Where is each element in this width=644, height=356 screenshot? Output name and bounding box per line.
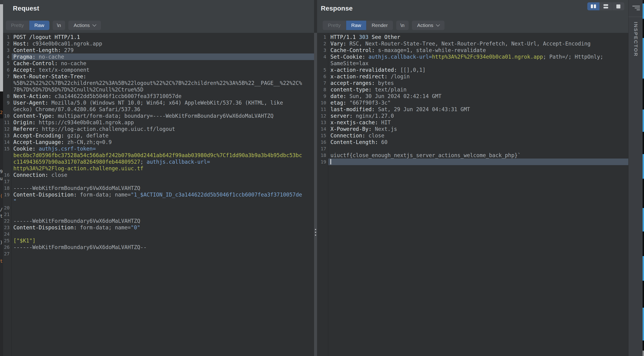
code-row[interactable]: 1POST /logout HTTP/1.1 bbox=[3, 34, 314, 40]
newline-toggle-button[interactable]: \n bbox=[396, 21, 409, 30]
code-text: SameSite=lax bbox=[330, 60, 628, 67]
code-row[interactable]: c1149436597b90aa31707a8264980feb44809527… bbox=[3, 158, 314, 165]
inspector-sidebar[interactable]: INSPECTOR bbox=[628, 0, 643, 356]
code-row[interactable]: 10etag: "667f90f3-3c" bbox=[317, 99, 628, 106]
request-panel: Request Pretty Raw \n Actions 1POST /log… bbox=[3, 0, 314, 356]
line-number: 6 bbox=[317, 73, 326, 80]
code-row[interactable]: 18------WebKitFormBoundary6VwX6doMaLVAHT… bbox=[3, 185, 314, 191]
inspector-label[interactable]: INSPECTOR bbox=[633, 22, 638, 57]
line-number: 7 bbox=[317, 80, 326, 86]
code-row[interactable]: 16Content-Length: 60 bbox=[317, 139, 628, 145]
code-row[interactable]: 15Cookie: authjs.csrf-token= bbox=[3, 145, 314, 152]
code-row[interactable]: 4Pragma: no-cache bbox=[3, 54, 314, 60]
right-screen-edge bbox=[642, 0, 644, 356]
code-text: uiuctf{close_enough_nextjs_server_action… bbox=[330, 152, 628, 158]
layout-single-button[interactable] bbox=[612, 2, 624, 10]
line-number: 8 bbox=[3, 93, 10, 99]
code-row[interactable]: 12Referer: http://log-action.challenge.u… bbox=[3, 126, 314, 132]
code-row[interactable]: 8Next-Action: c3a144622dd5b5046f1ccb6007… bbox=[3, 93, 314, 99]
code-row[interactable]: 13Accept-Encoding: gzip, deflate bbox=[3, 132, 314, 139]
code-text: server: nginx/1.27.0 bbox=[330, 113, 628, 119]
code-row[interactable]: 6Accept: text/x-component bbox=[3, 67, 314, 73]
request-editor[interactable]: 1POST /logout HTTP/1.12Host: c934e0b0ca0… bbox=[3, 33, 314, 356]
layout-rows-button[interactable] bbox=[600, 2, 612, 10]
code-row[interactable]: 19 bbox=[317, 158, 628, 165]
code-row[interactable]: 19Content-Disposition: form-data; name="… bbox=[3, 191, 314, 198]
line-number: 24 bbox=[3, 231, 10, 237]
code-row[interactable]: 14Accept-Language: zh-CN,zh;q=0.9 bbox=[3, 139, 314, 145]
code-row[interactable]: 7accept-ranges: bytes bbox=[317, 80, 628, 86]
code-row[interactable]: bec6bc7d0596fbc37528a54c566abf242b079a00… bbox=[3, 152, 314, 158]
code-row[interactable]: 21 bbox=[3, 211, 314, 218]
tab-raw[interactable]: Raw bbox=[346, 21, 366, 30]
actions-button[interactable]: Actions bbox=[412, 21, 444, 30]
code-row[interactable]: 20 bbox=[3, 205, 314, 211]
code-row[interactable]: 23Content-Disposition: form-data; name="… bbox=[3, 224, 314, 231]
code-row[interactable]: 26------WebKitFormBoundary6VwX6doMaLVAHT… bbox=[3, 244, 314, 250]
line-number: 11 bbox=[317, 106, 326, 113]
inspector-menu-icon[interactable] bbox=[632, 6, 640, 11]
code-row[interactable]: 10Content-Type: multipart/form-data; bou… bbox=[3, 113, 314, 119]
tab-raw[interactable]: Raw bbox=[29, 21, 50, 30]
code-row[interactable]: Gecko) Chrome/87.0.4280.66 Safari/537.36 bbox=[3, 106, 314, 113]
code-row[interactable]: 9date: Sun, 30 Jun 2024 02:42:14 GMT bbox=[317, 93, 628, 99]
code-row[interactable]: 6x-action-redirect: /login bbox=[317, 73, 628, 80]
actions-button[interactable]: Actions bbox=[68, 21, 101, 30]
code-row[interactable]: 24 bbox=[3, 231, 314, 237]
tab-render[interactable]: Render bbox=[366, 21, 393, 30]
actions-button-label: Actions bbox=[74, 23, 90, 28]
line-number: 20 bbox=[3, 205, 10, 211]
code-row[interactable]: 9User-Agent: Mozilla/5.0 (Windows NT 10.… bbox=[3, 99, 314, 106]
screen-edge-block bbox=[642, 281, 644, 308]
code-row[interactable]: 18uiuctf{close_enough_nextjs_server_acti… bbox=[317, 152, 628, 158]
screen-edge-artifact: t bbox=[0, 259, 2, 263]
code-row[interactable]: 2Vary: RSC, Next-Router-State-Tree, Next… bbox=[317, 40, 628, 47]
code-row[interactable]: 22------WebKitFormBoundary6VwX6doMaLVAHT… bbox=[3, 218, 314, 224]
layout-columns-button[interactable] bbox=[587, 2, 600, 10]
code-row[interactable]: 7Next-Router-State-Tree: bbox=[3, 73, 314, 80]
screen-edge-artifact: u bbox=[0, 176, 2, 181]
tab-pretty[interactable]: Pretty bbox=[323, 21, 346, 30]
code-row[interactable]: 15Connection: close bbox=[317, 132, 628, 139]
line-number: 16 bbox=[317, 139, 326, 145]
drag-handle-icon bbox=[315, 229, 316, 236]
chevron-down-icon bbox=[92, 23, 96, 27]
code-text: Content-Disposition: form-data; name="1_… bbox=[13, 191, 314, 198]
code-row[interactable]: 27 bbox=[3, 250, 314, 257]
code-row[interactable]: 1HTTP/1.1 303 See Other bbox=[317, 34, 628, 40]
code-row[interactable]: http%3A%2F%2Flog-action.challenge.uiuc.t… bbox=[3, 165, 314, 172]
code-row[interactable]: 25["$K1"] bbox=[3, 237, 314, 244]
code-row[interactable]: 12server: nginx/1.27.0 bbox=[317, 113, 628, 119]
code-row[interactable]: %5B%22%22%2C%7B%22children%22%3A%5B%22lo… bbox=[3, 80, 314, 86]
code-row[interactable]: 16Connection: close bbox=[3, 172, 314, 178]
code-row[interactable]: 13x-nextjs-cache: HIT bbox=[317, 119, 628, 126]
screen-edge-block bbox=[0, 4, 3, 91]
code-row[interactable]: 14X-Powered-By: Next.js bbox=[317, 126, 628, 132]
code-text bbox=[330, 158, 628, 165]
code-row[interactable]: 17 bbox=[3, 178, 314, 185]
code-row[interactable]: 5x-action-revalidated: [[],0,1] bbox=[317, 67, 628, 73]
response-editor[interactable]: 1HTTP/1.1 303 See Other2Vary: RSC, Next-… bbox=[317, 33, 628, 356]
screen-edge-block bbox=[642, 179, 644, 208]
screen-edge-block bbox=[642, 109, 644, 132]
newline-toggle-button[interactable]: \n bbox=[53, 21, 65, 30]
code-row[interactable]: 11Origin: https://c934e0b0ca01.ngrok.app bbox=[3, 119, 314, 126]
line-number: 25 bbox=[3, 237, 10, 244]
code-row[interactable]: 2Host: c934e0b0ca01.ngrok.app bbox=[3, 40, 314, 47]
line-number: 19 bbox=[317, 158, 326, 165]
code-row[interactable]: 17 bbox=[317, 145, 628, 152]
code-row[interactable]: SameSite=lax bbox=[317, 60, 628, 67]
code-row[interactable]: 4Set-Cookie: authjs.callback-url=http%3A… bbox=[317, 54, 628, 60]
screen-edge-block bbox=[642, 0, 644, 4]
code-row[interactable]: 3Content-Length: 279 bbox=[3, 47, 314, 54]
code-row[interactable]: 5Cache-Control: no-cache bbox=[3, 60, 314, 67]
text-cursor bbox=[330, 159, 331, 164]
code-row[interactable]: 8content-type: text/plain bbox=[317, 86, 628, 93]
code-row[interactable]: " bbox=[3, 198, 314, 205]
code-row[interactable]: 3Cache-Control: s-maxage=1, stale-while-… bbox=[317, 47, 628, 54]
code-row[interactable]: 7B%7D%5D%7D%5D%7D%2Cnull%2Cnull%2Ctrue%5… bbox=[3, 86, 314, 93]
tab-pretty[interactable]: Pretty bbox=[6, 21, 29, 30]
screen-edge-block bbox=[642, 132, 644, 154]
code-row[interactable]: 11last-modified: Sat, 29 Jun 2024 04:43:… bbox=[317, 106, 628, 113]
panel-divider[interactable] bbox=[314, 33, 317, 356]
